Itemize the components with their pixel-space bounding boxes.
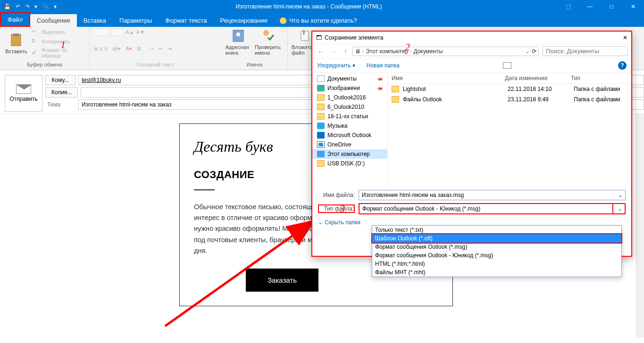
redo-icon[interactable]: ↷ bbox=[25, 3, 30, 10]
tree-onedrive[interactable]: OneDrive bbox=[312, 140, 387, 149]
font-name-combo[interactable] bbox=[93, 28, 109, 36]
tree-usb[interactable]: USB DISK (D:) bbox=[312, 159, 387, 168]
tab-options[interactable]: Параметры bbox=[113, 14, 159, 27]
scrollbar[interactable] bbox=[636, 114, 644, 337]
tree-this-pc[interactable]: Этот компьютер bbox=[312, 149, 387, 159]
filetype-option[interactable]: HTML (*.htm;*.html) bbox=[372, 260, 621, 268]
attach-icon[interactable]: 📎 bbox=[42, 3, 49, 10]
nav-tree[interactable]: Документы📌 Изображени📌 1_Outlook2016 6_O… bbox=[312, 73, 388, 186]
filetype-dropdown[interactable]: Только текст (*.txt) Шаблон Outlook (*.o… bbox=[372, 225, 622, 277]
tell-me[interactable]: Что вы хотите сделать? bbox=[274, 14, 363, 27]
group-names-label: Имена bbox=[226, 62, 284, 68]
tree-music[interactable]: Музыка bbox=[312, 121, 387, 131]
group-font-label: Основной текст bbox=[93, 62, 217, 68]
paste-button[interactable]: Вставить bbox=[4, 33, 29, 54]
filetype-option[interactable]: Формат сообщения Outlook - Юникод (*.msg… bbox=[372, 251, 621, 260]
filetype-label: Тип файла: bbox=[318, 204, 355, 213]
annotation-marker-3: 3 bbox=[340, 203, 345, 215]
send-button[interactable]: Отправить bbox=[5, 75, 42, 112]
divider bbox=[194, 189, 215, 190]
file-row[interactable]: Файлы Outlook23.11.2018 9:49Папка с файл… bbox=[388, 94, 631, 105]
highlight-icon[interactable]: ab▾ bbox=[112, 46, 121, 52]
hide-folders-link[interactable]: ⌄Скрыть папки bbox=[318, 217, 360, 228]
window-icon: 🗔 bbox=[316, 34, 322, 41]
format-painter-button[interactable]: 🖌Формат по образцу bbox=[32, 47, 85, 58]
shrink-font-icon[interactable]: A▼ bbox=[136, 29, 144, 35]
ribbon-tabs: Файл Сообщение Вставка Параметры Формат … bbox=[0, 13, 644, 27]
filetype-option[interactable]: Формат сообщения Outlook (*.msg) bbox=[372, 243, 621, 251]
window-title: Изготовление html-писем на заказ - Сообщ… bbox=[60, 3, 557, 10]
file-row[interactable]: Lightshot22.11.2018 14:10Папка с файлами bbox=[388, 84, 631, 94]
cut-button[interactable]: ✂Вырезать bbox=[32, 28, 85, 36]
tree-folder[interactable]: 18-11-xx статьи bbox=[312, 112, 387, 121]
font-size-combo[interactable] bbox=[111, 28, 124, 36]
save-icon[interactable]: 💾 bbox=[4, 3, 11, 10]
filetype-combo[interactable]: Формат сообщения Outlook - Юникод (*.msg… bbox=[359, 203, 626, 214]
new-folder-button[interactable]: Новая папка bbox=[367, 62, 400, 69]
annotation-marker-2: 2 bbox=[405, 41, 410, 53]
ribbon-options-icon[interactable]: ⬚ bbox=[557, 0, 579, 13]
numbering-icon[interactable]: ⋮≡ bbox=[146, 46, 154, 52]
tree-images[interactable]: Изображени📌 bbox=[312, 83, 387, 93]
dropdown-icon[interactable]: ▾ bbox=[34, 3, 37, 10]
chevron-down-icon: ⌄ bbox=[318, 219, 323, 226]
filename-input[interactable]: Изготовление html-писем на заказ.msg⌄ bbox=[359, 190, 626, 200]
svg-rect-1 bbox=[13, 33, 19, 36]
subject-label: Тема bbox=[45, 101, 75, 108]
address-book-button[interactable]: Адресная книга bbox=[226, 28, 252, 56]
view-options-icon[interactable] bbox=[503, 62, 511, 69]
copy-button[interactable]: ⧉Копировать bbox=[32, 38, 85, 45]
tree-outlook[interactable]: Microsoft Outlook bbox=[312, 131, 387, 140]
check-names-button[interactable]: Проверить имена bbox=[255, 28, 281, 56]
tab-file[interactable]: Файл bbox=[0, 12, 30, 27]
dialog-title: Сохранение элемента bbox=[325, 34, 383, 41]
breadcrumb[interactable]: 🖥 › Этот компьютер › Документы ⌄ ⟳ bbox=[352, 47, 539, 56]
tab-message[interactable]: Сообщение bbox=[30, 14, 77, 27]
minimize-button[interactable]: — bbox=[579, 0, 601, 13]
title-bar: 💾 ↶ ↷ ▾ 📎 ▾ Изготовление html-писем на з… bbox=[0, 0, 644, 13]
nav-forward-button[interactable]: → bbox=[329, 48, 339, 55]
indent-right-icon[interactable]: ⇥ bbox=[167, 46, 172, 52]
bullets-icon[interactable]: ≣ bbox=[137, 46, 141, 52]
maximize-button[interactable]: □ bbox=[601, 0, 622, 13]
tab-insert[interactable]: Вставка bbox=[77, 14, 113, 27]
search-input[interactable] bbox=[543, 46, 627, 56]
annotation-marker-1: 1 bbox=[60, 39, 66, 51]
quick-access-toolbar: 💾 ↶ ↷ ▾ 📎 ▾ bbox=[0, 3, 60, 10]
font-color-icon[interactable]: A▾ bbox=[125, 46, 132, 52]
nav-back-button[interactable]: ← bbox=[316, 48, 326, 55]
to-button[interactable]: Кому... bbox=[45, 75, 75, 85]
pc-icon: 🖥 bbox=[355, 48, 360, 55]
tab-format[interactable]: Формат текста bbox=[159, 14, 213, 27]
order-button[interactable]: Заказать bbox=[246, 269, 318, 292]
filetype-option[interactable]: Файлы MHT (*.mht) bbox=[372, 268, 621, 277]
file-list-header[interactable]: Имя Дата изменения Тип bbox=[388, 73, 631, 84]
bulb-icon bbox=[280, 17, 286, 24]
svg-point-4 bbox=[263, 30, 269, 36]
dialog-close-button[interactable]: ✕ bbox=[623, 34, 627, 41]
bold-italic-underline[interactable]: Ж К Ч bbox=[93, 46, 108, 52]
nav-up-button[interactable]: ↑ bbox=[343, 48, 349, 55]
tree-folder[interactable]: 1_Outlook2016 bbox=[312, 93, 387, 102]
dropdown-icon[interactable]: ▾ bbox=[54, 3, 57, 10]
filetype-option-selected[interactable]: Шаблон Outlook (*.oft) bbox=[372, 234, 621, 243]
tree-documents[interactable]: Документы📌 bbox=[312, 74, 387, 83]
tab-review[interactable]: Рецензирование bbox=[214, 14, 274, 27]
chevron-down-icon[interactable]: ⌄ bbox=[616, 205, 624, 212]
organize-button[interactable]: Упорядочить ▾ bbox=[317, 62, 355, 69]
cc-button[interactable]: Копия... bbox=[45, 87, 78, 98]
close-button[interactable]: ✕ bbox=[622, 0, 644, 13]
save-dialog: 🗔Сохранение элемента ✕ ← → ↑ 🖥 › Этот ко… bbox=[311, 31, 632, 257]
indent-left-icon[interactable]: ⇤ bbox=[159, 46, 163, 52]
group-clipboard-label: Буфер обмена bbox=[4, 62, 85, 68]
undo-icon[interactable]: ↶ bbox=[16, 3, 20, 10]
svg-rect-5 bbox=[301, 31, 309, 41]
filetype-option[interactable]: Только текст (*.txt) bbox=[372, 226, 621, 234]
file-list[interactable]: Имя Дата изменения Тип Lightshot22.11.20… bbox=[388, 73, 631, 186]
grow-font-icon[interactable]: A▲ bbox=[125, 29, 134, 35]
chevron-down-icon[interactable]: ⌄ bbox=[617, 191, 624, 199]
tree-folder[interactable]: 6_Oulook2010 bbox=[312, 102, 387, 112]
tell-me-label: Что вы хотите сделать? bbox=[289, 17, 357, 24]
help-icon[interactable]: ? bbox=[618, 61, 627, 70]
refresh-icon[interactable]: ⟳ bbox=[532, 48, 536, 55]
